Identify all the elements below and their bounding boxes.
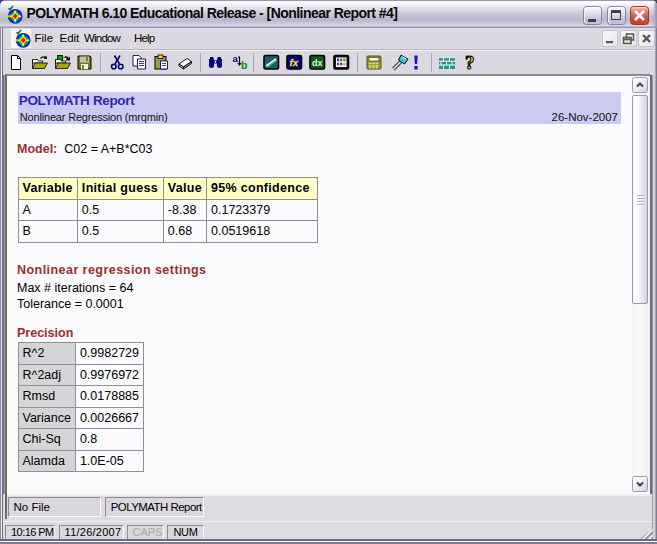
svg-text:?: ? xyxy=(465,54,475,72)
svg-text:a: a xyxy=(233,54,239,64)
svg-text:dx: dx xyxy=(312,58,323,68)
svg-text:fx: fx xyxy=(290,57,299,68)
svg-text:b: b xyxy=(241,59,247,71)
